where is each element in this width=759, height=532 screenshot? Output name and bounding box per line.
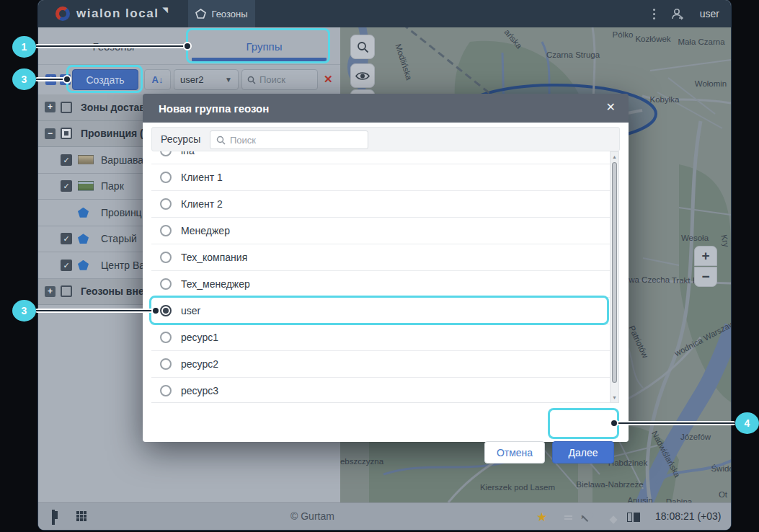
- scrollbar[interactable]: ▲ ▼: [610, 151, 619, 403]
- resource-option-label: Клиент 1: [181, 172, 223, 183]
- map-label: Bielawa-Nabrzeże: [576, 480, 643, 489]
- layout-panels-icon[interactable]: [627, 513, 640, 522]
- zoom-in-button[interactable]: +: [694, 246, 717, 266]
- logo-tick-icon: ◥: [162, 6, 168, 14]
- map-label: Pólko: [613, 30, 634, 39]
- resource-option[interactable]: ресурс1: [151, 324, 610, 351]
- resource-list-inner: ina Клиент 1 Клиент 2 Менеджер: [151, 151, 610, 403]
- create-button[interactable]: Создать: [72, 69, 138, 90]
- resource-option-label: user: [181, 305, 200, 316]
- radio-icon[interactable]: [160, 172, 172, 183]
- radio-icon[interactable]: [160, 332, 172, 343]
- geofence-polygon-icon: [78, 208, 89, 218]
- checkbox-checked[interactable]: ✓: [61, 154, 72, 166]
- user-icon[interactable]: [671, 8, 684, 20]
- app-tab-geofences[interactable]: Геозоны: [188, 0, 255, 27]
- dialog-header: Новая группа геозон ✕: [143, 94, 629, 123]
- resource-option[interactable]: ina: [151, 151, 610, 164]
- top-bar: wialon local ◥ Геозоны user: [38, 0, 731, 27]
- map-search-button[interactable]: [350, 35, 375, 59]
- resource-option-label: Тех_менеджер: [181, 278, 250, 290]
- map-label: Wołomin: [695, 79, 727, 88]
- sidebar-toolbar: + − Создать А↓ user2 ▼ ✕: [38, 65, 340, 94]
- resource-option[interactable]: Тех_компания: [151, 244, 610, 271]
- wialon-logo-icon: [56, 6, 70, 21]
- tab-resources[interactable]: Ресурсы: [161, 133, 200, 145]
- geofence-label: Варшава: [101, 154, 143, 166]
- map-label: Kierszek pod Lasem: [480, 483, 555, 492]
- resource-option[interactable]: Клиент 1: [151, 164, 610, 191]
- radio-icon[interactable]: [160, 385, 172, 396]
- map-label: Kozłówek: [635, 35, 670, 43]
- resource-option-label: ресурс2: [181, 358, 218, 370]
- radio-icon[interactable]: [160, 358, 172, 370]
- panel-toggle-icon[interactable]: [52, 510, 55, 525]
- geofence-polygon-icon: [78, 234, 89, 244]
- pentagon-outline-icon: [195, 9, 206, 19]
- radio-icon[interactable]: [160, 278, 172, 290]
- map-label: Anusin: [627, 496, 652, 502]
- zoom-out-button[interactable]: −: [694, 267, 717, 287]
- checkbox-checked[interactable]: ✓: [61, 180, 72, 192]
- checkbox-checked[interactable]: ✓: [61, 233, 72, 244]
- scroll-down-icon[interactable]: ▼: [611, 395, 618, 400]
- resource-option[interactable]: Клиент 2: [151, 191, 610, 218]
- scroll-up-icon[interactable]: ▲: [611, 154, 618, 159]
- map-label: Ot: [719, 490, 727, 499]
- collapse-icon[interactable]: −: [45, 128, 56, 139]
- radio-icon[interactable]: [160, 252, 172, 263]
- cancel-button[interactable]: Отмена: [484, 441, 545, 464]
- group-label: Зоны достав: [81, 102, 146, 113]
- resource-option-label: ресурс3: [181, 385, 218, 396]
- expand-icon[interactable]: +: [45, 102, 56, 112]
- resource-option-label: ina: [181, 151, 195, 156]
- expand-icon[interactable]: +: [45, 286, 56, 297]
- resource-filter-dropdown[interactable]: user2 ▼: [174, 69, 239, 90]
- resource-option-selected[interactable]: user: [151, 298, 610, 324]
- radio-icon[interactable]: [160, 151, 172, 156]
- copyright-label: © Gurtam: [290, 510, 334, 522]
- resource-option-label: ресурс1: [181, 332, 218, 343]
- checkbox-unchecked[interactable]: [61, 102, 72, 113]
- dialog-search[interactable]: [210, 130, 368, 149]
- group-label: Провинция (5: [81, 128, 149, 139]
- radio-selected-icon[interactable]: [160, 305, 172, 316]
- clock-label: 18:08:21 (+03): [655, 510, 721, 522]
- wialon-logo: wialon local ◥: [56, 6, 171, 22]
- radio-icon[interactable]: [160, 225, 172, 236]
- new-geofence-group-dialog: Новая группа геозон ✕ Ресурсы in: [143, 94, 629, 442]
- wialon-logo-text: wialon local: [76, 6, 159, 21]
- apps-grid-icon[interactable]: [76, 511, 86, 521]
- scroll-thumb[interactable]: [612, 162, 617, 383]
- dialog-search-input[interactable]: [230, 135, 345, 146]
- sidebar-search[interactable]: [241, 69, 318, 90]
- sidebar-search-input[interactable]: [259, 74, 306, 85]
- checkbox-checked[interactable]: ✓: [61, 260, 72, 271]
- callout-line-1: [35, 44, 188, 48]
- clear-search-button[interactable]: ✕: [324, 73, 333, 86]
- resource-option[interactable]: Тех_менеджер: [151, 271, 610, 298]
- resource-option[interactable]: Менеджер: [151, 218, 610, 244]
- sort-button[interactable]: А↓: [144, 69, 171, 90]
- favorites-star-icon[interactable]: ★: [536, 510, 547, 525]
- next-button[interactable]: Далее: [552, 441, 614, 464]
- top-user-label[interactable]: user: [700, 8, 719, 19]
- dialog-body: Ресурсы ina Клие: [143, 123, 629, 442]
- radio-icon[interactable]: [160, 198, 172, 210]
- checkbox-partial[interactable]: [61, 128, 72, 139]
- kebab-menu-icon[interactable]: [653, 9, 655, 19]
- close-icon[interactable]: ✕: [606, 100, 616, 114]
- resource-option[interactable]: ресурс2: [151, 351, 610, 378]
- resource-option[interactable]: ресурс3: [151, 378, 610, 403]
- geofence-label: Центр Ва: [101, 260, 145, 271]
- callout-dot-3b: [151, 306, 160, 315]
- resource-list: ina Клиент 1 Клиент 2 Менеджер: [151, 151, 610, 403]
- checkbox-unchecked[interactable]: [61, 285, 72, 297]
- resource-filter-value: user2: [180, 74, 204, 85]
- chevron-down-icon: ▼: [225, 76, 232, 84]
- callout-line-3b: [35, 309, 154, 313]
- dialog-title: Новая группа геозон: [159, 102, 269, 115]
- group-label: Геозоны вне: [81, 285, 144, 297]
- tab-groups[interactable]: Группы: [189, 27, 339, 65]
- map-visibility-button[interactable]: [350, 63, 375, 88]
